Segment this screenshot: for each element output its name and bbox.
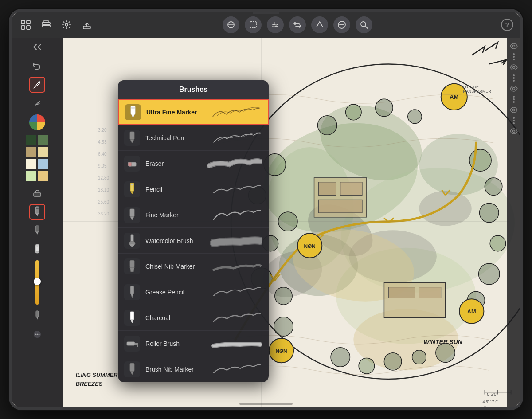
- expand-tools-button[interactable]: [29, 326, 45, 342]
- swatch-light-green[interactable]: [26, 171, 36, 181]
- brush-icon-grease-pencil: [124, 284, 140, 300]
- brush-item-watercolor-brush[interactable]: Watercolor Brush: [118, 228, 269, 254]
- triangle-icon[interactable]: [311, 16, 328, 33]
- selection-icon[interactable]: [245, 16, 262, 33]
- svg-text:AM: AM: [467, 308, 476, 315]
- eye-layer-4[interactable]: [509, 106, 518, 114]
- svg-point-105: [36, 334, 38, 335]
- svg-point-21: [274, 317, 293, 336]
- left-sidebar: [12, 38, 63, 407]
- svg-text:NØN: NØN: [304, 243, 316, 249]
- brush-tool[interactable]: [29, 77, 45, 93]
- brush-preview-6: [199, 258, 262, 275]
- color-picker[interactable]: [29, 114, 45, 130]
- svg-rect-54: [318, 182, 336, 196]
- brush-item-brush-nib-marker[interactable]: Brush Nib Marker: [118, 356, 269, 382]
- toolbar-left: [19, 18, 94, 32]
- size-6: 18.10: [98, 188, 109, 192]
- transform2-icon[interactable]: [289, 16, 306, 33]
- eye-layer-1[interactable]: [509, 42, 518, 51]
- svg-point-29: [490, 235, 506, 251]
- svg-point-81: [65, 23, 68, 26]
- svg-point-104: [35, 334, 36, 335]
- svg-point-34: [384, 353, 401, 370]
- brush-item-chisel-nib-marker[interactable]: Chisel Nib Marker: [118, 254, 269, 279]
- svg-rect-109: [130, 132, 134, 140]
- share-icon[interactable]: [80, 18, 94, 32]
- svg-point-88: [275, 24, 277, 26]
- grid-icon[interactable]: [19, 18, 33, 32]
- swatch-blue[interactable]: [38, 159, 48, 169]
- svg-rect-108: [131, 107, 135, 109]
- smudge-tool[interactable]: [29, 95, 45, 111]
- eye-layer-2[interactable]: [509, 63, 518, 72]
- brush-item-ultra-fine-marker[interactable]: Ultra Fine Marker: [118, 99, 269, 125]
- toolbar-right: ?: [501, 19, 513, 31]
- brush-item-grease-pencil[interactable]: Grease Pencil: [118, 279, 269, 305]
- svg-rect-115: [131, 235, 133, 242]
- svg-point-27: [485, 178, 502, 195]
- undo-button[interactable]: [29, 58, 45, 74]
- eraser-tool[interactable]: [29, 185, 45, 201]
- swatch-medium-green[interactable]: [38, 135, 48, 145]
- svg-rect-121: [127, 342, 135, 345]
- transform-icon[interactable]: [223, 16, 239, 33]
- brush-icon-charcoal: [124, 310, 140, 326]
- cylinder-tool[interactable]: [29, 241, 45, 257]
- svg-rect-114: [130, 209, 134, 217]
- eye-layer-3[interactable]: [509, 84, 518, 93]
- collapse-button[interactable]: [12, 42, 63, 52]
- brush-item-fine-marker[interactable]: Fine Marker: [118, 202, 269, 228]
- layer-dots-3: [513, 96, 515, 103]
- brush-item-technical-pen[interactable]: Technical Pen: [118, 125, 269, 151]
- svg-point-28: [480, 203, 499, 222]
- brush-item-pencil[interactable]: Pencil: [118, 176, 269, 202]
- swatch-gold[interactable]: [38, 171, 48, 181]
- brush-sizes: 3.20 4.53 6.40 9.05 12.80 18.10 25.60 36…: [98, 128, 109, 216]
- svg-rect-98: [35, 226, 39, 232]
- swatch-dark-green[interactable]: [26, 135, 36, 145]
- svg-rect-59: [419, 287, 441, 298]
- svg-point-101: [35, 251, 39, 253]
- brush-preview-9: [199, 335, 262, 352]
- size-5: 12.80: [98, 176, 109, 180]
- brush-size-slider[interactable]: [35, 260, 39, 305]
- size-1: 3.20: [98, 128, 109, 133]
- marker-tool[interactable]: [29, 204, 45, 220]
- search-icon[interactable]: [356, 16, 372, 33]
- svg-point-126: [513, 67, 515, 69]
- svg-point-87: [274, 22, 275, 24]
- brush-icon-chisel-nib: [124, 258, 140, 274]
- layers-icon[interactable]: [39, 18, 53, 32]
- settings-icon[interactable]: [59, 18, 74, 32]
- slider-thumb[interactable]: [34, 278, 41, 285]
- brush-item-charcoal[interactable]: Charcoal: [118, 305, 269, 331]
- brush-icon-ultra-fine: [125, 104, 141, 120]
- help-button[interactable]: ?: [501, 19, 513, 31]
- brush-item-eraser[interactable]: Eraser: [118, 151, 269, 176]
- minus-circle-icon[interactable]: [333, 16, 350, 33]
- size-4: 9.05: [98, 164, 109, 168]
- adjustments-icon[interactable]: [267, 16, 284, 33]
- svg-point-23: [346, 104, 362, 120]
- eye-layer-5[interactable]: [509, 127, 518, 136]
- right-sidebar: [507, 38, 520, 407]
- brush-icon-roller: [124, 336, 140, 352]
- svg-point-33: [359, 358, 375, 374]
- brush-preview-0: [200, 103, 262, 121]
- brush-preview-10: [199, 360, 262, 378]
- brush-preview-2: [199, 155, 262, 172]
- svg-text:TRANSFORMER: TRANSFORMER: [461, 89, 491, 94]
- swatch-cream[interactable]: [26, 159, 36, 169]
- svg-text:WINTER SUN: WINTER SUN: [423, 338, 462, 345]
- thin-pen-tool[interactable]: [29, 308, 45, 324]
- brush-preview-1: [199, 129, 262, 147]
- svg-rect-95: [34, 193, 41, 196]
- swatch-light-yellow[interactable]: [38, 147, 48, 157]
- svg-rect-79: [42, 25, 50, 27]
- svg-point-22: [317, 116, 336, 135]
- pen-tool[interactable]: [29, 223, 45, 239]
- brush-item-roller-brush[interactable]: Roller Brush: [118, 331, 269, 356]
- swatch-tan[interactable]: [26, 147, 36, 157]
- svg-point-94: [38, 81, 40, 83]
